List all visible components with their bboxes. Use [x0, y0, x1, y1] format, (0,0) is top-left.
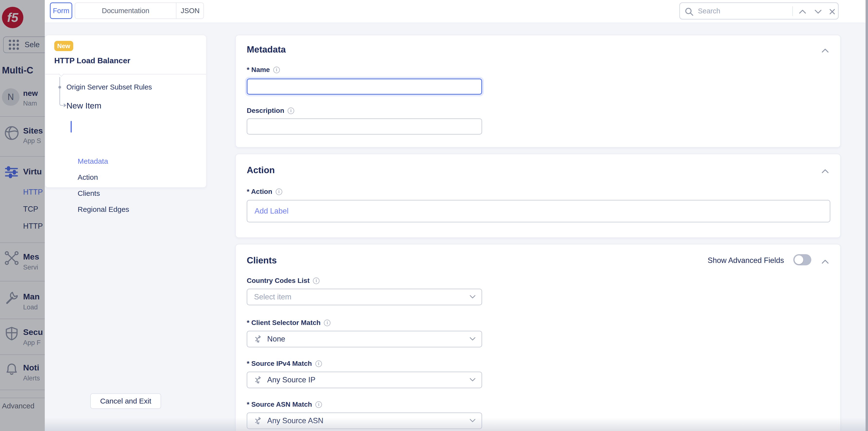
branch-icon: [254, 375, 263, 385]
info-icon[interactable]: i: [324, 320, 331, 326]
source-asn-match-label: * Source ASN Match i: [247, 401, 322, 408]
step-action[interactable]: Action: [78, 173, 98, 181]
name-label: * Name i: [247, 66, 280, 74]
chevron-down-icon: [469, 377, 476, 383]
wizard-title: HTTP Load Balancer: [54, 56, 130, 65]
client-selector-match-select[interactable]: None: [247, 331, 482, 347]
tab-form[interactable]: Form: [50, 2, 72, 19]
info-icon[interactable]: i: [273, 67, 280, 73]
search-input[interactable]: [698, 4, 787, 18]
search-divider: [792, 6, 793, 16]
branch-icon: [254, 416, 263, 425]
chevron-up-icon: [821, 168, 830, 174]
country-codes-select[interactable]: Select item: [247, 289, 482, 305]
tab-group: Documentation JSON: [75, 2, 204, 19]
tab-json[interactable]: JSON: [177, 3, 204, 19]
clients-heading: Clients: [247, 255, 277, 266]
screen: f5 Sele Multi-C N new Nam: [0, 0, 868, 431]
cancel-and-exit-button[interactable]: Cancel and Exit: [90, 393, 161, 409]
chevron-up-icon: [821, 48, 830, 54]
action-section: Action * Action i Add Label: [235, 154, 841, 238]
source-asn-match-select[interactable]: Any Source ASN: [247, 412, 482, 429]
tab-documentation[interactable]: Documentation: [75, 3, 177, 19]
chevron-down-icon: [469, 294, 476, 299]
collapse-clients-button[interactable]: [820, 258, 831, 265]
source-ipv4-match-label: * Source IPv4 Match i: [247, 360, 322, 367]
tree-bullet-icon: [58, 86, 61, 89]
toggle-knob: [795, 255, 803, 264]
collapse-metadata-button[interactable]: [820, 47, 831, 54]
action-labels-field[interactable]: Add Label: [247, 200, 830, 222]
active-step-indicator: [70, 121, 72, 133]
wizard-nav-card: New HTTP Load Balancer Origin Server Sub…: [45, 35, 207, 188]
step-regional-edges[interactable]: Regional Edges: [78, 205, 129, 213]
metadata-heading: Metadata: [247, 44, 286, 55]
step-clients[interactable]: Clients: [78, 189, 100, 198]
modal-dim-overlay-right: [866, 0, 868, 431]
client-selector-match-label: * Client Selector Match i: [247, 319, 331, 327]
wizard-panel: Form Documentation JSON: [45, 0, 866, 431]
tree-arrow-icon: [64, 103, 66, 107]
info-icon[interactable]: i: [315, 361, 322, 367]
new-badge: New: [54, 41, 73, 51]
modal-dim-overlay: [0, 0, 45, 431]
source-ipv4-match-select[interactable]: Any Source IP: [247, 372, 482, 388]
show-advanced-fields-toggle[interactable]: [793, 254, 811, 265]
clients-section: Clients Show Advanced Fields Country Cod…: [235, 244, 841, 431]
info-icon[interactable]: i: [315, 401, 322, 408]
tree-connector: [59, 77, 63, 106]
panel-body: New HTTP Load Balancer Origin Server Sub…: [45, 23, 866, 431]
description-input[interactable]: [247, 119, 482, 134]
chevron-up-icon[interactable]: [798, 9, 807, 14]
info-icon[interactable]: i: [276, 189, 282, 195]
info-icon[interactable]: i: [313, 277, 319, 284]
tree-item-origin-server-subset-rules[interactable]: Origin Server Subset Rules: [66, 83, 152, 91]
step-metadata[interactable]: Metadata: [78, 157, 108, 165]
chevron-down-icon: [469, 418, 476, 423]
chevron-down-icon[interactable]: [814, 9, 823, 14]
collapse-action-button[interactable]: [820, 168, 831, 175]
show-advanced-fields-label: Show Advanced Fields: [708, 256, 784, 265]
chevron-down-icon: [469, 336, 476, 341]
description-label: Description i: [247, 107, 294, 114]
branch-icon: [254, 334, 263, 344]
close-icon[interactable]: [829, 8, 836, 15]
chevron-up-icon: [821, 259, 830, 265]
action-label: * Action i: [247, 188, 282, 196]
nav-divider: [45, 74, 206, 74]
info-icon[interactable]: i: [288, 107, 294, 114]
metadata-section: Metadata * Name i Description i: [235, 35, 841, 147]
action-heading: Action: [247, 165, 275, 175]
country-codes-list-label: Country Codes List i: [247, 277, 319, 285]
tree-item-new-item[interactable]: New Item: [66, 101, 101, 110]
panel-topbar: Form Documentation JSON: [45, 0, 866, 23]
search-box: [679, 2, 839, 20]
name-input[interactable]: [247, 78, 482, 95]
add-label-link[interactable]: Add Label: [254, 207, 289, 216]
search-icon: [685, 7, 693, 16]
nav-divider-notch: [59, 71, 64, 77]
